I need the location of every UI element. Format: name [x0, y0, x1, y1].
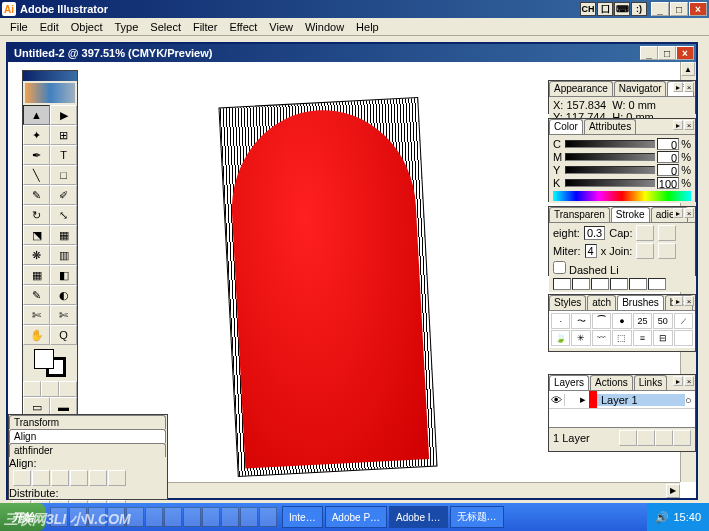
brush-item[interactable]: 🍃 — [551, 330, 570, 346]
tab-navigator[interactable]: Navigator — [614, 81, 667, 96]
brush-item[interactable]: ⊟ — [653, 330, 672, 346]
close-button[interactable]: × — [689, 2, 707, 16]
layer-target-icon[interactable]: ○ — [685, 394, 695, 406]
task-button[interactable]: Adobe P… — [325, 506, 387, 528]
ql-item[interactable] — [221, 507, 239, 527]
dash3-field[interactable] — [629, 278, 647, 290]
align-top-icon[interactable] — [70, 470, 88, 486]
blend-tool[interactable]: ◐ — [50, 285, 77, 305]
line-tool[interactable]: ╲ — [23, 165, 50, 185]
direct-selection-tool[interactable]: ▶ — [50, 105, 77, 125]
m-value[interactable]: 0 — [657, 151, 679, 163]
rotate-tool[interactable]: ↻ — [23, 205, 50, 225]
menu-view[interactable]: View — [263, 19, 299, 35]
brush-item[interactable]: 50 — [653, 313, 672, 329]
brush-item[interactable]: 〜 — [571, 313, 590, 329]
layer-row[interactable]: 👁 ▸ Layer 1 ○ — [549, 391, 695, 409]
gradient-mode-button[interactable] — [41, 381, 59, 397]
gap-field[interactable] — [572, 278, 590, 290]
task-button[interactable]: 无标题… — [450, 506, 504, 528]
k-value[interactable]: 100 — [657, 177, 679, 189]
y-slider[interactable] — [565, 166, 655, 174]
type-tool[interactable]: T — [50, 145, 77, 165]
hand-tool[interactable]: ✋ — [23, 325, 50, 345]
ql-item[interactable] — [145, 507, 163, 527]
paintbrush-tool[interactable]: ✎ — [23, 185, 50, 205]
doc-maximize-button[interactable]: □ — [658, 46, 676, 60]
menu-file[interactable]: File — [4, 19, 34, 35]
symbol-sprayer-tool[interactable]: ❋ — [23, 245, 50, 265]
ime-pad-icon[interactable]: 囗 — [597, 2, 613, 16]
c-slider[interactable] — [565, 140, 655, 148]
brush-item[interactable]: ✳ — [571, 330, 590, 346]
mesh-tool[interactable]: ▦ — [23, 265, 50, 285]
ime-help-icon[interactable]: :) — [631, 2, 647, 16]
layer-expand-icon[interactable]: ▸ — [577, 393, 589, 406]
dash-field[interactable] — [553, 278, 571, 290]
brush-item[interactable]: 〰 — [592, 330, 611, 346]
tab-align[interactable]: Align — [9, 429, 166, 443]
menu-filter[interactable]: Filter — [187, 19, 223, 35]
panel-close-icon[interactable]: × — [684, 120, 694, 130]
system-tray[interactable]: 🔊 15:40 — [647, 503, 709, 531]
free-transform-tool[interactable]: ▦ — [50, 225, 77, 245]
graph-tool[interactable]: ▥ — [50, 245, 77, 265]
zoom-tool[interactable]: Q — [50, 325, 77, 345]
maximize-button[interactable]: □ — [670, 2, 688, 16]
gap2-field[interactable] — [610, 278, 628, 290]
doc-close-button[interactable]: × — [676, 46, 694, 60]
brush-item[interactable] — [674, 330, 693, 346]
panel-menu-icon[interactable]: ▸ — [673, 376, 683, 386]
panel-close-icon[interactable]: × — [684, 82, 694, 92]
menu-window[interactable]: Window — [299, 19, 350, 35]
task-button-active[interactable]: Adobe I… — [389, 506, 447, 528]
tab-transform[interactable]: Transform — [9, 415, 166, 429]
tab-layers[interactable]: Layers — [549, 375, 589, 390]
scroll-up-icon[interactable]: ▲ — [681, 62, 695, 76]
ql-item[interactable] — [164, 507, 182, 527]
pencil-tool[interactable]: ✐ — [50, 185, 77, 205]
delete-layer-icon[interactable] — [673, 430, 691, 446]
scissors-tool[interactable]: ✄ — [50, 305, 77, 325]
align-vcenter-icon[interactable] — [89, 470, 107, 486]
brush-item[interactable]: ● — [612, 313, 631, 329]
miter-field[interactable]: 4 — [585, 244, 597, 258]
tab-brushes[interactable]: Brushes — [617, 295, 664, 310]
m-slider[interactable] — [565, 153, 655, 161]
tray-icon[interactable]: 🔊 — [655, 511, 669, 524]
panel-close-icon[interactable]: × — [684, 376, 694, 386]
panel-menu-icon[interactable]: ▸ — [673, 208, 683, 218]
k-slider[interactable] — [565, 179, 655, 187]
magic-wand-tool[interactable]: ✦ — [23, 125, 50, 145]
tab-pathfinder[interactable]: athfinder — [9, 443, 166, 457]
layer-visibility-icon[interactable]: 👁 — [549, 394, 565, 406]
gradient-tool[interactable]: ◧ — [50, 265, 77, 285]
scroll-right-icon[interactable]: ▶ — [666, 484, 680, 498]
make-clip-icon[interactable] — [619, 430, 637, 446]
dashed-checkbox[interactable] — [553, 261, 566, 274]
scale-tool[interactable]: ⤡ — [50, 205, 77, 225]
slice-tool[interactable]: ✄ — [23, 305, 50, 325]
c-value[interactable]: 0 — [657, 138, 679, 150]
tab-appearance[interactable]: Appearance — [549, 81, 613, 96]
brush-item[interactable]: 25 — [633, 313, 652, 329]
ime-kbd-icon[interactable]: ⌨ — [614, 2, 630, 16]
new-sublayer-icon[interactable] — [637, 430, 655, 446]
ime-lang[interactable]: CH — [580, 2, 596, 16]
y-value[interactable]: 0 — [657, 164, 679, 176]
tab-color[interactable]: Color — [549, 119, 583, 134]
toolbox-grip[interactable] — [23, 71, 77, 81]
cap-butt-icon[interactable] — [636, 225, 654, 241]
brush-item[interactable]: ⟋ — [674, 313, 693, 329]
selection-tool[interactable]: ▲ — [23, 105, 50, 125]
fill-color-well[interactable] — [34, 349, 54, 369]
gap3-field[interactable] — [648, 278, 666, 290]
brush-item[interactable]: ⁀ — [592, 313, 611, 329]
join-miter-icon[interactable] — [636, 243, 654, 259]
align-left-icon[interactable] — [13, 470, 31, 486]
menu-edit[interactable]: Edit — [34, 19, 65, 35]
align-right-icon[interactable] — [51, 470, 69, 486]
panel-menu-icon[interactable]: ▸ — [673, 120, 683, 130]
none-mode-button[interactable] — [59, 381, 77, 397]
menu-help[interactable]: Help — [350, 19, 385, 35]
